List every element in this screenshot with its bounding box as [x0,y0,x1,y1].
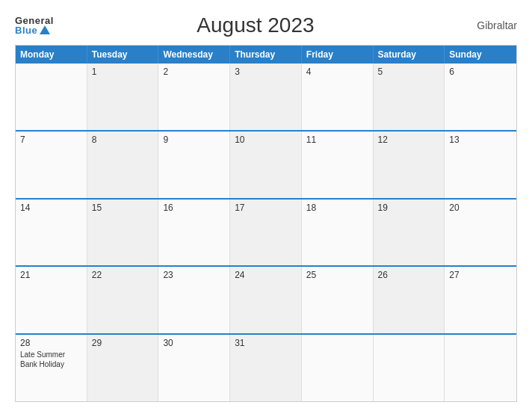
header-thursday: Thursday [230,46,302,64]
header-wednesday: Wednesday [158,46,230,64]
cell-w4-d3: 23 [158,267,230,333]
cell-w5-d1: 28Late Summer Bank Holiday [16,335,87,401]
cell-w1-d7: 6 [445,64,516,130]
cell-w3-d1: 14 [16,200,87,266]
day-number: 17 [235,203,297,213]
day-number: 18 [306,203,368,213]
page-title: August 2023 [54,13,457,37]
day-number: 5 [378,67,440,77]
day-number: 12 [378,135,440,145]
day-number: 27 [449,270,512,280]
cell-w5-d6 [374,335,445,401]
calendar-grid: Monday Tuesday Wednesday Thursday Friday… [15,45,517,402]
region-label: Gibraltar [457,19,517,31]
cell-w3-d2: 15 [87,200,159,266]
cell-w2-d2: 8 [87,132,159,198]
cell-w4-d6: 26 [374,267,445,333]
day-number: 9 [163,135,225,145]
cell-w1-d3: 2 [158,64,230,130]
day-number: 20 [449,203,512,213]
cell-w1-d1 [16,64,87,130]
cell-w1-d6: 5 [374,64,445,130]
day-number: 24 [235,270,297,280]
page-header: General Blue August 2023 Gibraltar [15,13,517,37]
calendar-page: General Blue August 2023 Gibraltar Monda… [0,0,532,411]
cell-w5-d3: 30 [158,335,230,401]
day-number: 29 [92,338,154,348]
cell-w4-d1: 21 [16,267,87,333]
calendar-header: Monday Tuesday Wednesday Thursday Friday… [16,46,516,64]
cell-w4-d5: 25 [302,267,374,333]
day-number: 11 [306,135,368,145]
cell-w1-d5: 4 [302,64,374,130]
cell-w5-d7 [445,335,516,401]
day-number: 26 [378,270,440,280]
week-3: 14151617181920 [16,198,516,266]
header-monday: Monday [16,46,87,64]
cell-w3-d6: 19 [374,200,445,266]
logo: General Blue [15,16,54,35]
day-number: 13 [449,135,512,145]
cell-w2-d3: 9 [158,132,230,198]
day-number: 7 [20,135,82,145]
day-number: 15 [92,203,154,213]
event-label: Late Summer Bank Holiday [20,350,82,369]
day-number: 10 [235,135,297,145]
cell-w2-d4: 10 [230,132,302,198]
day-number: 25 [306,270,368,280]
day-number: 21 [20,270,82,280]
day-number: 16 [163,203,225,213]
cell-w5-d5 [302,335,374,401]
week-4: 21222324252627 [16,265,516,333]
day-number: 3 [235,67,297,77]
week-2: 78910111213 [16,130,516,198]
header-sunday: Sunday [445,46,516,64]
day-number: 6 [449,67,512,77]
cell-w2-d7: 13 [445,132,516,198]
cell-w4-d7: 27 [445,267,516,333]
header-saturday: Saturday [374,46,445,64]
cell-w3-d7: 20 [445,200,516,266]
day-number: 19 [378,203,440,213]
cell-w3-d3: 16 [158,200,230,266]
day-number: 8 [92,135,154,145]
week-1: 123456 [16,64,516,130]
cell-w5-d2: 29 [87,335,159,401]
day-number: 1 [92,67,154,77]
day-number: 2 [163,67,225,77]
day-number: 30 [163,338,225,348]
day-number: 28 [20,338,82,348]
cell-w3-d4: 17 [230,200,302,266]
day-number: 14 [20,203,82,213]
day-number: 22 [92,270,154,280]
day-number: 4 [306,67,368,77]
cell-w2-d5: 11 [302,132,374,198]
header-friday: Friday [302,46,374,64]
cell-w2-d1: 7 [16,132,87,198]
cell-w1-d4: 3 [230,64,302,130]
logo-triangle-icon [40,25,50,34]
logo-blue-text: Blue [15,25,50,35]
cell-w4-d4: 24 [230,267,302,333]
day-number: 23 [163,270,225,280]
cell-w1-d2: 1 [87,64,159,130]
cell-w4-d2: 22 [87,267,159,333]
cell-w3-d5: 18 [302,200,374,266]
cell-w5-d4: 31 [230,335,302,401]
cell-w2-d6: 12 [374,132,445,198]
header-tuesday: Tuesday [87,46,159,64]
week-5: 28Late Summer Bank Holiday293031 [16,333,516,401]
day-number: 31 [235,338,297,348]
calendar-body: 1234567891011121314151617181920212223242… [16,64,516,401]
